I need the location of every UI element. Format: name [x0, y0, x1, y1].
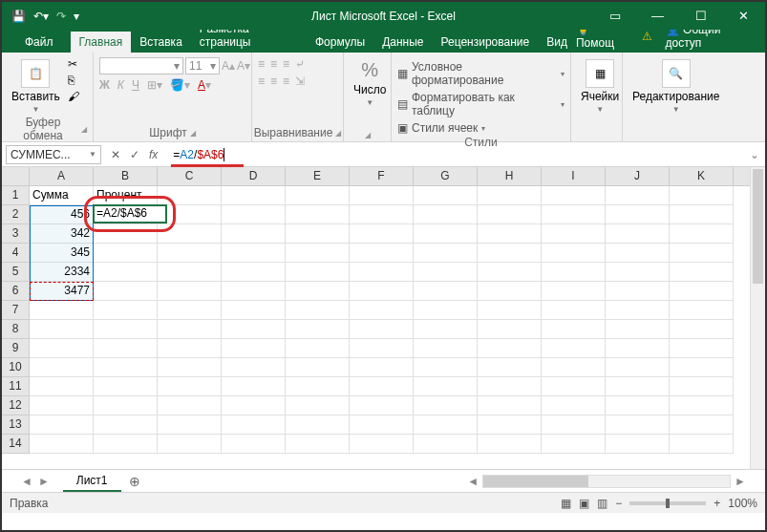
cell[interactable]	[478, 377, 542, 396]
cell[interactable]	[94, 396, 158, 415]
italic-icon[interactable]: К	[117, 78, 124, 92]
cell[interactable]: 342	[30, 224, 94, 244]
tab-view[interactable]: Вид	[538, 32, 576, 53]
sheet-nav-next-icon[interactable]: ►	[38, 475, 50, 488]
align-right-icon[interactable]: ≡	[283, 74, 289, 88]
cell[interactable]	[670, 396, 734, 415]
cell[interactable]	[350, 435, 414, 454]
cell[interactable]	[222, 301, 286, 320]
cell[interactable]	[222, 358, 286, 377]
cell[interactable]	[478, 244, 542, 263]
number-format-button[interactable]: % Число ▼	[350, 57, 391, 109]
underline-icon[interactable]: Ч	[132, 78, 139, 92]
column-header[interactable]: K	[670, 167, 734, 185]
border-icon[interactable]: ⊞▾	[147, 78, 162, 92]
cell[interactable]	[158, 205, 222, 224]
merge-icon[interactable]: ⇲	[295, 74, 305, 88]
select-all-corner[interactable]	[2, 167, 30, 186]
cell[interactable]	[350, 244, 414, 263]
row-header[interactable]: 3	[2, 224, 30, 244]
cell[interactable]	[222, 415, 286, 435]
cell[interactable]	[414, 415, 478, 435]
cell[interactable]	[222, 205, 286, 224]
cell[interactable]	[158, 358, 222, 377]
cell[interactable]: Сумма	[30, 186, 94, 205]
row-header[interactable]: 14	[2, 435, 30, 454]
cell[interactable]	[670, 415, 734, 435]
cell[interactable]	[478, 435, 542, 454]
cell[interactable]	[542, 396, 606, 415]
row-header[interactable]: 6	[2, 282, 30, 301]
cancel-formula-icon[interactable]: ✕	[111, 148, 120, 161]
row-header[interactable]: 7	[2, 301, 30, 320]
spreadsheet-grid[interactable]: ABCDEFGHIJK 1234567891011121314 СуммаПро…	[2, 167, 765, 469]
cell[interactable]	[414, 396, 478, 415]
cell[interactable]	[670, 339, 734, 358]
grow-font-icon[interactable]: A▴	[222, 59, 235, 73]
undo-icon[interactable]: ↶▾	[33, 10, 49, 23]
tab-file[interactable]: Файл	[8, 32, 71, 53]
cell[interactable]	[350, 339, 414, 358]
qat-customize-icon[interactable]: ▾	[74, 10, 79, 23]
cell[interactable]	[286, 339, 350, 358]
cell[interactable]	[94, 377, 158, 396]
cell[interactable]	[158, 301, 222, 320]
cell[interactable]	[478, 186, 542, 205]
cell[interactable]	[350, 186, 414, 205]
cell[interactable]	[542, 358, 606, 377]
paste-button[interactable]: 📋 Вставить ▼	[8, 57, 64, 116]
cell[interactable]	[414, 244, 478, 263]
cell[interactable]	[542, 224, 606, 244]
cell[interactable]	[670, 244, 734, 263]
row-header[interactable]: 5	[2, 263, 30, 282]
cell[interactable]	[670, 358, 734, 377]
maximize-button[interactable]: ☐	[679, 2, 722, 30]
column-header[interactable]: E	[286, 167, 350, 185]
font-color-icon[interactable]: A▾	[198, 78, 211, 92]
clipboard-launcher-icon[interactable]: ◢	[81, 125, 87, 134]
align-launcher-icon[interactable]: ◢	[335, 129, 341, 138]
cell[interactable]	[478, 282, 542, 301]
wrap-icon[interactable]: ⤶	[295, 57, 305, 71]
cell[interactable]	[158, 244, 222, 263]
cell[interactable]	[670, 320, 734, 339]
cell[interactable]	[94, 358, 158, 377]
cell[interactable]	[222, 339, 286, 358]
tab-insert[interactable]: Вставка	[131, 32, 191, 53]
row-header[interactable]: 4	[2, 244, 30, 263]
align-center-icon[interactable]: ≡	[270, 74, 277, 88]
sheet-nav-prev-icon[interactable]: ◄	[21, 475, 32, 488]
close-button[interactable]: ✕	[722, 2, 765, 30]
cell[interactable]	[670, 186, 734, 205]
cell[interactable]	[542, 377, 606, 396]
cell[interactable]	[670, 282, 734, 301]
row-header[interactable]: 9	[2, 339, 30, 358]
cell[interactable]	[670, 263, 734, 282]
save-icon[interactable]: 💾	[11, 10, 26, 23]
cell[interactable]: Процент	[94, 186, 158, 205]
cell[interactable]	[542, 282, 606, 301]
cell[interactable]	[30, 415, 94, 435]
cell[interactable]	[542, 435, 606, 454]
formula-bar[interactable]: =A2/$A$6	[167, 145, 744, 163]
column-header[interactable]: A	[30, 167, 94, 185]
cell[interactable]: 456	[30, 205, 94, 224]
zoom-in-icon[interactable]: +	[714, 497, 720, 510]
cell[interactable]	[350, 263, 414, 282]
cut-icon[interactable]: ✂	[68, 57, 79, 71]
cell[interactable]	[414, 358, 478, 377]
cell[interactable]	[670, 435, 734, 454]
cell[interactable]	[30, 358, 94, 377]
cell[interactable]	[542, 244, 606, 263]
cell[interactable]	[158, 186, 222, 205]
cell[interactable]	[286, 282, 350, 301]
row-header[interactable]: 8	[2, 320, 30, 339]
view-normal-icon[interactable]: ▦	[561, 497, 571, 510]
hscroll-left-icon[interactable]: ◄	[463, 475, 482, 488]
cell[interactable]: 2334	[30, 263, 94, 282]
active-cell-editor[interactable]: =A2/$A$6	[93, 204, 167, 223]
cell[interactable]	[350, 320, 414, 339]
cell[interactable]	[606, 320, 670, 339]
cell[interactable]	[542, 186, 606, 205]
cell[interactable]	[350, 205, 414, 224]
